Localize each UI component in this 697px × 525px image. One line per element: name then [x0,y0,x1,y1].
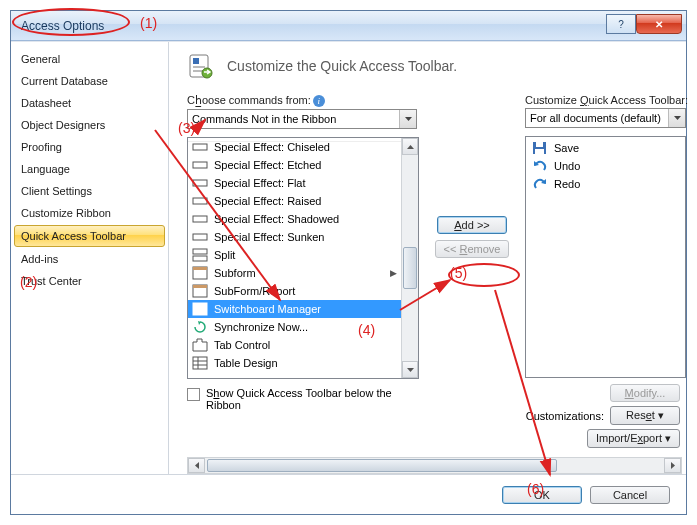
qat-item[interactable]: Undo [528,157,683,175]
close-button[interactable]: ✕ [636,14,682,34]
info-icon[interactable]: i [313,95,325,107]
switch-icon [192,301,208,317]
command-item[interactable]: Special Effect: Chiseled [188,138,401,156]
customizations-label: Customizations: [526,410,604,422]
svg-rect-16 [193,285,207,288]
scroll-down-button[interactable] [402,361,418,378]
sidebar-item-quick-access-toolbar[interactable]: Quick Access Toolbar [14,225,165,247]
rect-icon [192,139,208,155]
svg-rect-26 [536,142,543,147]
qat-item[interactable]: Save [528,139,683,157]
command-label: Switchboard Manager [214,303,321,315]
sidebar-item-customize-ribbon[interactable]: Customize Ribbon [11,202,168,224]
form-icon [192,265,208,281]
commands-scrollbar[interactable] [401,138,418,378]
commands-list[interactable]: Special Effect: ChiseledSpecial Effect: … [187,137,419,379]
sidebar-item-current-database[interactable]: Current Database [11,70,168,92]
choose-commands-dropdown[interactable]: Commands Not in the Ribbon [187,109,417,129]
command-label: SubForm/Report [214,285,295,297]
sidebar-item-object-designers[interactable]: Object Designers [11,114,168,136]
rect-icon [192,229,208,245]
sidebar-item-proofing[interactable]: Proofing [11,136,168,158]
svg-rect-18 [195,306,205,308]
modify-button[interactable]: Modify... [610,384,680,402]
add-button[interactable]: Add >> [437,216,507,234]
hscroll-thumb[interactable] [207,459,557,472]
sidebar-item-trust-center[interactable]: Trust Center [11,270,168,292]
command-item[interactable]: Special Effect: Raised [188,192,401,210]
import-export-button[interactable]: Import/Export ▾ [587,429,680,448]
sidebar-item-client-settings[interactable]: Client Settings [11,180,168,202]
reset-button[interactable]: Reset ▾ [610,406,680,425]
svg-rect-10 [193,234,207,240]
command-label: Special Effect: Sunken [214,231,324,243]
command-label: Table Design [214,357,278,369]
svg-rect-12 [193,256,207,261]
horizontal-scrollbar[interactable] [187,457,682,474]
svg-rect-11 [193,249,207,254]
svg-rect-1 [193,58,199,64]
svg-rect-6 [193,162,207,168]
command-label: Special Effect: Chiseled [214,141,330,153]
submenu-arrow-icon: ▶ [390,268,397,278]
rect-icon [192,211,208,227]
svg-rect-2 [193,66,205,68]
page-heading: Customize the Quick Access Toolbar. [227,58,457,74]
command-label: Synchronize Now... [214,321,308,333]
scroll-left-button[interactable] [188,458,205,473]
help-button[interactable]: ? [606,14,636,34]
qat-list[interactable]: SaveUndoRedo [525,136,686,378]
ok-button[interactable]: OK [502,486,582,504]
dropdown-arrow-icon [668,109,685,127]
show-below-label: Show Quick Access Toolbar below the Ribb… [206,387,419,411]
svg-rect-17 [193,303,207,315]
command-item[interactable]: Special Effect: Shadowed [188,210,401,228]
scroll-thumb[interactable] [403,247,417,289]
command-item[interactable]: Synchronize Now... [188,318,401,336]
qat-label: Save [554,142,579,154]
qat-item[interactable]: Redo [528,175,683,193]
command-label: Special Effect: Raised [214,195,321,207]
sidebar-item-add-ins[interactable]: Add-ins [11,248,168,270]
show-below-checkbox[interactable] [187,388,200,401]
command-label: Tab Control [214,339,270,351]
command-label: Subform [214,267,256,279]
command-item[interactable]: Special Effect: Sunken [188,228,401,246]
scroll-up-button[interactable] [402,138,418,155]
command-item[interactable]: Switchboard Manager [188,300,401,318]
remove-button[interactable]: << Remove [435,240,510,258]
scroll-right-button[interactable] [664,458,681,473]
header-icon [187,52,215,80]
sidebar-item-language[interactable]: Language [11,158,168,180]
command-label: Special Effect: Flat [214,177,306,189]
save-icon [532,140,548,156]
customize-qat-value: For all documents (default) [530,112,661,124]
split-icon [192,247,208,263]
command-item[interactable]: SubForm/Report [188,282,401,300]
choose-commands-value: Commands Not in the Ribbon [192,113,336,125]
window-title: Access Options [21,19,606,33]
svg-rect-8 [193,198,207,204]
grid-icon [192,355,208,371]
svg-rect-7 [193,180,207,186]
customize-qat-dropdown[interactable]: For all documents (default) [525,108,686,128]
command-item[interactable]: Table Design [188,354,401,372]
command-item[interactable]: Special Effect: Etched [188,156,401,174]
form-icon [192,283,208,299]
sidebar-item-datasheet[interactable]: Datasheet [11,92,168,114]
qat-label: Redo [554,178,580,190]
rect-icon [192,157,208,173]
command-item[interactable]: Subform▶ [188,264,401,282]
rect-icon [192,193,208,209]
svg-rect-5 [193,144,207,150]
command-item[interactable]: Split [188,246,401,264]
qat-label: Undo [554,160,580,172]
title-bar: Access Options ? ✕ [11,11,686,41]
sidebar-item-general[interactable]: General [11,48,168,70]
svg-rect-9 [193,216,207,222]
rect-icon [192,175,208,191]
command-item[interactable]: Special Effect: Flat [188,174,401,192]
tab-icon [192,337,208,353]
cancel-button[interactable]: Cancel [590,486,670,504]
command-item[interactable]: Tab Control [188,336,401,354]
